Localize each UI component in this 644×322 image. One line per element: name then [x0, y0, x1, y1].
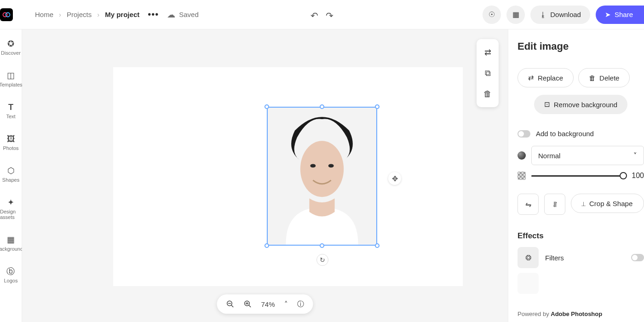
powered-by-footer: Powered by Adobe Photoshop	[518, 310, 602, 317]
sidebar-item-label: Design assets	[0, 209, 22, 220]
chevron-right-icon: ›	[97, 11, 99, 18]
breadcrumb-current: My project	[105, 11, 139, 18]
flip-h-icon: ⇋	[525, 200, 531, 209]
sidebar-item-text[interactable]: T Text	[6, 103, 15, 119]
breadcrumb-home[interactable]: Home	[35, 11, 53, 18]
filters-toggle[interactable]	[631, 254, 644, 261]
sidebar-item-label: Photos	[3, 145, 18, 151]
calendar-button[interactable]: ▦	[506, 6, 525, 24]
portrait-placeholder-icon	[268, 108, 376, 245]
share-button[interactable]: ➤ Share	[596, 6, 644, 24]
crop-label: Crop & Shape	[589, 200, 632, 207]
canvas-area[interactable]: ↻ ✥ 74% ˄ ⓘ	[22, 29, 508, 322]
sidebar-item-label: Text	[6, 114, 15, 119]
zoom-in-button[interactable]	[243, 300, 252, 308]
delete-label: Delete	[599, 74, 619, 82]
filters-label: Filters	[545, 254, 625, 262]
image-icon: 🖼	[7, 135, 15, 143]
calendar-icon: ▦	[512, 10, 519, 19]
blend-mode-select[interactable]: Normal ˅	[531, 146, 644, 165]
crop-shape-button[interactable]: ⟂ Crop & Shape	[571, 194, 644, 213]
right-panel: Edit image ⇄ Replace 🗑 Delete ⊡ Remove b…	[508, 29, 644, 322]
download-label: Download	[550, 11, 581, 18]
top-bar: Home › Projects › My project ••• ☁ Saved…	[0, 0, 644, 29]
zoom-in-icon	[243, 300, 252, 308]
zoom-out-button[interactable]	[226, 300, 234, 308]
opacity-value: 100	[632, 172, 644, 180]
app-logo[interactable]	[0, 8, 13, 21]
resize-handle-tr[interactable]	[375, 104, 380, 109]
blend-mode-value: Normal	[538, 152, 560, 160]
undo-button[interactable]: ↶	[310, 10, 318, 21]
zoom-out-icon	[226, 300, 234, 308]
assets-icon: ✦	[7, 198, 14, 207]
delete-button[interactable]: 🗑	[483, 89, 492, 99]
save-status: ☁ Saved	[167, 10, 199, 20]
effects-section-title: Effects	[518, 231, 644, 241]
add-to-background-toggle[interactable]	[518, 130, 530, 138]
trash-icon: 🗑	[589, 74, 596, 82]
delete-image-button[interactable]: 🗑 Delete	[578, 68, 630, 87]
resize-handle-tl[interactable]	[264, 104, 269, 109]
opacity-icon	[518, 172, 526, 180]
selected-image[interactable]	[267, 107, 377, 246]
zoom-bar: 74% ˄ ⓘ	[217, 294, 313, 314]
svg-point-1	[6, 12, 10, 17]
svg-point-5	[328, 164, 334, 167]
svg-line-7	[231, 305, 234, 307]
redo-button[interactable]: ↷	[326, 10, 334, 21]
filters-icon: ❂	[518, 247, 539, 268]
add-to-bg-label: Add to background	[536, 130, 594, 138]
effect-row-placeholder[interactable]	[518, 273, 644, 294]
shapes-icon: ⬡	[7, 167, 15, 175]
sidebar-item-templates[interactable]: ◫ Templates	[0, 71, 23, 87]
flip-vertical-button[interactable]: ⥯	[544, 194, 565, 215]
templates-icon: ◫	[7, 71, 15, 80]
swap-button[interactable]: ⇄	[484, 47, 491, 58]
remove-bg-label: Remove background	[554, 101, 617, 109]
creative-cloud-icon	[2, 11, 11, 19]
resize-handle-bl[interactable]	[264, 243, 269, 248]
logo-icon: ⓑ	[6, 267, 15, 276]
resize-handle-bm[interactable]	[320, 243, 324, 248]
add-element-button[interactable]: ✥	[388, 172, 401, 185]
replace-button[interactable]: ⇄ Replace	[518, 68, 574, 87]
sidebar-item-logos[interactable]: ⓑ Logos	[4, 267, 18, 283]
canvas-mini-toolbar: ⇄ ⧉ 🗑	[477, 39, 499, 107]
replace-label: Replace	[538, 74, 563, 82]
effect-icon	[518, 273, 539, 294]
remove-background-button[interactable]: ⊡ Remove background	[534, 95, 627, 114]
more-menu-button[interactable]: •••	[148, 9, 159, 20]
opacity-slider-knob[interactable]	[620, 172, 627, 179]
sidebar-item-label: Discover	[1, 50, 21, 56]
rotate-handle[interactable]: ↻	[316, 254, 328, 266]
filters-row[interactable]: ❂ Filters	[518, 247, 644, 268]
sidebar-item-label: Logos	[4, 278, 18, 283]
info-button[interactable]: ⓘ	[297, 300, 304, 309]
text-icon: T	[8, 103, 13, 111]
duplicate-button[interactable]: ⧉	[485, 69, 491, 78]
resize-handle-br[interactable]	[375, 243, 380, 248]
zoom-value: 74%	[261, 300, 275, 308]
sidebar-item-photos[interactable]: 🖼 Photos	[3, 135, 18, 151]
flip-horizontal-button[interactable]: ⇋	[518, 194, 539, 215]
tips-button[interactable]: ☉	[483, 6, 501, 24]
resize-handle-tm[interactable]	[320, 104, 324, 109]
download-button[interactable]: ⭳ Download	[530, 6, 590, 24]
flip-v-icon: ⥯	[552, 200, 558, 209]
swap-icon: ⇄	[528, 74, 534, 82]
sidebar-item-shapes[interactable]: ⬡ Shapes	[2, 167, 19, 183]
save-status-label: Saved	[179, 11, 199, 18]
remove-bg-icon: ⊡	[544, 100, 550, 109]
compass-icon: ✪	[7, 40, 14, 48]
breadcrumb-projects[interactable]: Projects	[67, 11, 92, 18]
undo-redo-group: ↶ ↷	[310, 10, 334, 21]
sidebar-item-label: Templates	[0, 82, 23, 87]
zoom-menu-button[interactable]: ˄	[284, 300, 288, 308]
sidebar-item-design-assets[interactable]: ✦ Design assets	[0, 198, 22, 220]
opacity-slider[interactable]	[531, 175, 626, 177]
footer-brand: Adobe Photoshop	[551, 310, 602, 317]
svg-point-4	[310, 164, 316, 167]
sidebar-item-label: Shapes	[2, 177, 19, 183]
sidebar-item-discover[interactable]: ✪ Discover	[1, 40, 21, 56]
